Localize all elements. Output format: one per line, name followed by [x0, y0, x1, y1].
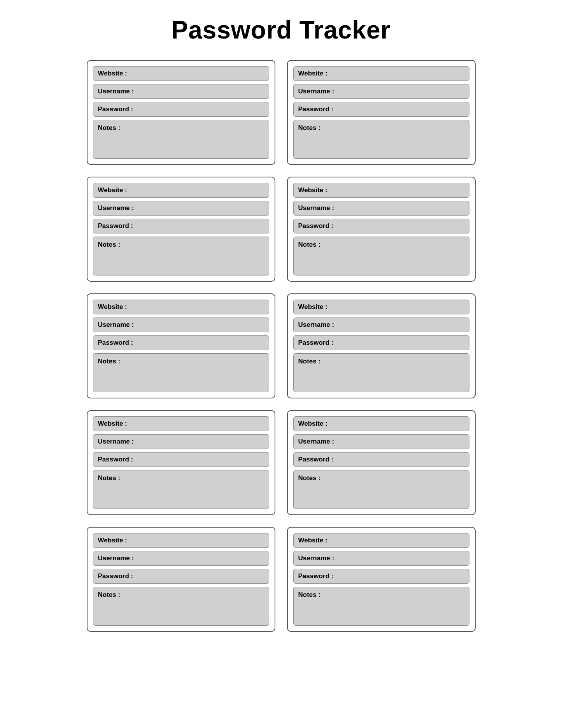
- username-field[interactable]: Username :: [293, 551, 469, 566]
- username-field[interactable]: Username :: [293, 318, 469, 332]
- notes-field[interactable]: Notes :: [293, 237, 469, 275]
- website-field[interactable]: Website :: [293, 416, 469, 431]
- password-card: Website : Username : Password : Notes :: [287, 293, 476, 398]
- password-card: Website : Username : Password : Notes :: [287, 177, 476, 282]
- password-field[interactable]: Password :: [293, 569, 469, 584]
- username-field[interactable]: Username :: [93, 84, 269, 99]
- password-card: Website : Username : Password : Notes :: [87, 293, 275, 398]
- website-field[interactable]: Website :: [293, 533, 469, 548]
- notes-field[interactable]: Notes :: [93, 353, 269, 392]
- notes-field[interactable]: Notes :: [93, 237, 269, 275]
- password-card: Website : Username : Password : Notes :: [287, 410, 476, 515]
- notes-field[interactable]: Notes :: [93, 120, 269, 159]
- password-field[interactable]: Password :: [293, 219, 469, 233]
- password-field[interactable]: Password :: [93, 452, 269, 467]
- notes-field[interactable]: Notes :: [293, 353, 469, 392]
- username-field[interactable]: Username :: [93, 318, 269, 332]
- notes-field[interactable]: Notes :: [293, 120, 469, 159]
- password-field[interactable]: Password :: [293, 335, 469, 350]
- password-card: Website : Username : Password : Notes :: [87, 527, 275, 632]
- website-field[interactable]: Website :: [93, 416, 269, 431]
- password-card: Website : Username : Password : Notes :: [287, 527, 476, 632]
- website-field[interactable]: Website :: [293, 66, 469, 81]
- notes-field[interactable]: Notes :: [93, 587, 269, 626]
- notes-field[interactable]: Notes :: [93, 470, 269, 509]
- username-field[interactable]: Username :: [93, 201, 269, 216]
- password-field[interactable]: Password :: [93, 569, 269, 584]
- password-card: Website : Username : Password : Notes :: [87, 177, 275, 282]
- website-field[interactable]: Website :: [93, 300, 269, 314]
- page: Password Tracker Website : Username : Pa…: [87, 16, 476, 632]
- website-field[interactable]: Website :: [293, 183, 469, 198]
- website-field[interactable]: Website :: [93, 183, 269, 198]
- password-field[interactable]: Password :: [93, 335, 269, 350]
- notes-field[interactable]: Notes :: [293, 470, 469, 509]
- notes-field[interactable]: Notes :: [293, 587, 469, 626]
- password-card: Website : Username : Password : Notes :: [87, 60, 275, 165]
- password-field[interactable]: Password :: [93, 219, 269, 233]
- password-field[interactable]: Password :: [293, 452, 469, 467]
- username-field[interactable]: Username :: [93, 551, 269, 566]
- username-field[interactable]: Username :: [293, 434, 469, 449]
- website-field[interactable]: Website :: [293, 300, 469, 314]
- password-field[interactable]: Password :: [293, 102, 469, 117]
- page-title: Password Tracker: [172, 16, 391, 44]
- username-field[interactable]: Username :: [293, 201, 469, 216]
- username-field[interactable]: Username :: [93, 434, 269, 449]
- username-field[interactable]: Username :: [293, 84, 469, 99]
- cards-grid: Website : Username : Password : Notes : …: [87, 60, 476, 632]
- password-card: Website : Username : Password : Notes :: [287, 60, 476, 165]
- password-card: Website : Username : Password : Notes :: [87, 410, 275, 515]
- password-field[interactable]: Password :: [93, 102, 269, 117]
- website-field[interactable]: Website :: [93, 533, 269, 548]
- website-field[interactable]: Website :: [93, 66, 269, 81]
